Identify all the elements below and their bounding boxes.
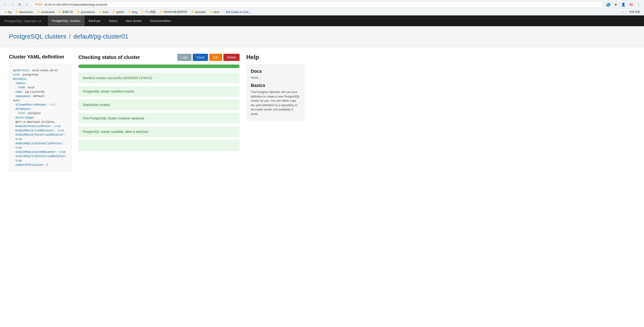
yaml-line: enableReplicaConnectionPooler: true	[13, 142, 68, 150]
nav-documentation[interactable]: Documentation	[146, 16, 175, 26]
nav-status[interactable]: Status	[104, 16, 122, 26]
bookmark-karmada[interactable]: 📁 karmada	[190, 10, 207, 14]
bookmark-label: linux	[103, 10, 108, 14]
clone-button[interactable]: Clone	[193, 54, 208, 61]
more-button[interactable]: ⋮	[636, 1, 642, 8]
status-item-extra	[78, 140, 240, 151]
bookmark-star-button[interactable]: ★	[613, 1, 619, 8]
bookmark-label: cloudnative	[41, 10, 54, 14]
yaml-line: databases:	[13, 107, 68, 111]
bookmark-fsg[interactable]: 📁 fsg	[2, 10, 13, 14]
back-button[interactable]: ←	[2, 1, 8, 8]
reload-button[interactable]: ↻	[16, 1, 23, 8]
bookmark-label: 金融行业	[62, 10, 73, 14]
bookmark-label: prometheus	[81, 10, 95, 14]
bookmark-label: faketime改进程时间	[164, 10, 187, 14]
yaml-line: numberOfInstances: 2	[13, 163, 68, 167]
nav-postgresql-clusters[interactable]: PostgreSQL clusters	[48, 16, 85, 26]
bookmark-all[interactable]: 所有书签	[628, 10, 642, 14]
edit-button[interactable]: Edit	[209, 54, 222, 61]
nav-label: PostgreSQL clusters	[52, 19, 80, 22]
nav-label: Status	[108, 19, 118, 22]
help-title: Help	[246, 54, 304, 61]
app-title: PostgreSQL Operator UI	[4, 19, 41, 23]
nav-label: Documentation	[150, 19, 171, 22]
bookmark-label: other	[214, 10, 220, 14]
folder-icon: 📁	[77, 10, 80, 14]
bookmark-label: Exit Codes in Cont...	[226, 10, 250, 14]
nav-label: New cluster	[126, 19, 142, 22]
bookmark-faketime[interactable]: 📁 faketime改进程时间	[158, 10, 189, 14]
bookmark-label: blog	[132, 10, 137, 14]
browser-actions: 🌏 ★ 👤 🧠 ⋮	[605, 1, 642, 8]
logs-button[interactable]: Logs	[177, 54, 191, 61]
bookmark-personal-disk[interactable]: 📁 个人网盘	[140, 10, 158, 14]
translate-button[interactable]: 🌏	[605, 1, 611, 8]
browser-chrome: ← → ↻ ⌂ 不安全 10.29.14.255:30537/#/status/…	[0, 0, 644, 16]
nav-label: Backups	[89, 19, 101, 22]
nav-backups[interactable]: Backups	[85, 16, 105, 26]
bookmark-linux[interactable]: 📁 linux	[98, 10, 110, 14]
folder-icon: 📁	[58, 10, 62, 14]
yaml-line: allowedSourceRanges: null	[13, 103, 68, 107]
status-actions: Logs Clone Edit Delete	[177, 54, 240, 61]
nav-items: PostgreSQL clusters Backups Status New c…	[48, 16, 175, 26]
forward-button[interactable]: →	[10, 1, 16, 8]
help-panel: Help Docs more... Basics The Postgres Op…	[246, 54, 304, 171]
docs-title: Docs	[251, 69, 300, 74]
docs-more-link[interactable]: more...	[251, 76, 261, 79]
folder-icon: 📁	[99, 10, 102, 14]
status-header: Checking status of cluster Logs Clone Ed…	[78, 54, 240, 61]
extensions-button[interactable]: 🧠	[628, 1, 634, 8]
bookmark-cloudnative[interactable]: 📁 cloudnative	[35, 10, 56, 14]
yaml-line: spec:	[13, 98, 68, 103]
breadcrumb-current: default/pg-cluster01	[74, 33, 128, 40]
folder-icon: 📁	[128, 10, 132, 14]
nav-buttons: ← → ↻ ⌂	[2, 1, 30, 8]
security-warning: 不安全	[35, 3, 43, 6]
yaml-line: enableMasterPoolerLoadBalancer: true	[13, 133, 68, 141]
home-button[interactable]: ⌂	[24, 1, 30, 8]
breadcrumb-clusters-link[interactable]: PostgreSQL clusters	[9, 33, 66, 40]
bookmark-exit-codes[interactable]: Exit Codes in Cont...	[224, 10, 252, 14]
nav-new-cluster[interactable]: New cluster	[122, 16, 146, 26]
folder-icon: 📁	[4, 10, 7, 14]
address-bar[interactable]: 不安全 10.29.14.255:30537/#/status/default/…	[32, 2, 603, 8]
yaml-panel: Cluster YAML definition apiVersion: acid…	[9, 54, 72, 171]
main-content: Cluster YAML definition apiVersion: acid…	[0, 47, 314, 178]
bookmark-label: 个人网盘	[145, 10, 156, 14]
bookmarks-more-button[interactable]: »	[620, 10, 624, 14]
browser-toolbar: ← → ↻ ⌂ 不安全 10.29.14.255:30537/#/status/…	[0, 0, 644, 9]
bookmark-python[interactable]: 📁 python	[110, 10, 126, 14]
bookmark-jinyou[interactable]: 📁 金融行业	[57, 10, 75, 14]
breadcrumb: PostgreSQL clusters / default/pg-cluster…	[9, 33, 635, 40]
bookmark-prometheus[interactable]: 📁 prometheus	[75, 10, 97, 14]
bookmark-blog[interactable]: 📁 blog	[126, 10, 139, 14]
progress-bar-container	[78, 64, 240, 68]
yaml-line: enableReplicaLoadBalancer: true	[13, 150, 68, 154]
basics-text: The Postgres Operator will use your defi…	[251, 90, 300, 116]
page-header: PostgreSQL clusters / default/pg-cluster…	[0, 26, 644, 47]
folder-icon: 📁	[37, 10, 40, 14]
basics-title: Basics	[251, 83, 300, 88]
yaml-line: namespace: default	[13, 94, 68, 98]
bookmark-other[interactable]: 📁 other	[208, 10, 221, 14]
help-card: Docs more... Basics The Postgres Operato…	[246, 64, 304, 120]
breadcrumb-separator: /	[69, 33, 71, 40]
status-panel: Checking status of cluster Logs Clone Ed…	[78, 54, 240, 171]
yaml-code-block: apiVersion: acid.zalan.do/v1 kind: postg…	[9, 65, 72, 171]
progress-bar-fill	[78, 64, 240, 68]
delete-button[interactable]: Delete	[224, 54, 240, 61]
bookmark-label: karmada	[195, 10, 206, 14]
url-text: 10.29.14.255:30537/#/status/default/pg-c…	[44, 3, 600, 6]
status-item-statefulset: StatefulSet created	[78, 100, 240, 110]
status-item-container-spawned: First PostgreSQL cluster container spawn…	[78, 113, 240, 124]
status-item-master-available: PostgreSQL master available, label is at…	[78, 126, 240, 137]
yaml-line: labels:	[13, 81, 68, 86]
profile-button[interactable]: 👤	[620, 1, 626, 8]
folder-icon: 📁	[191, 10, 194, 14]
yaml-line: enableReplicaPoolerLoadBalancer: true	[13, 154, 68, 163]
bookmarks-bar: 📁 fsg 📁 daocloud.io 📁 cloudnative 📁 金融行业…	[0, 9, 644, 15]
status-item-manifest-created: PostgreSQL cluster manifest created	[78, 86, 240, 97]
bookmark-daocloud[interactable]: 📁 daocloud.io	[14, 10, 35, 14]
